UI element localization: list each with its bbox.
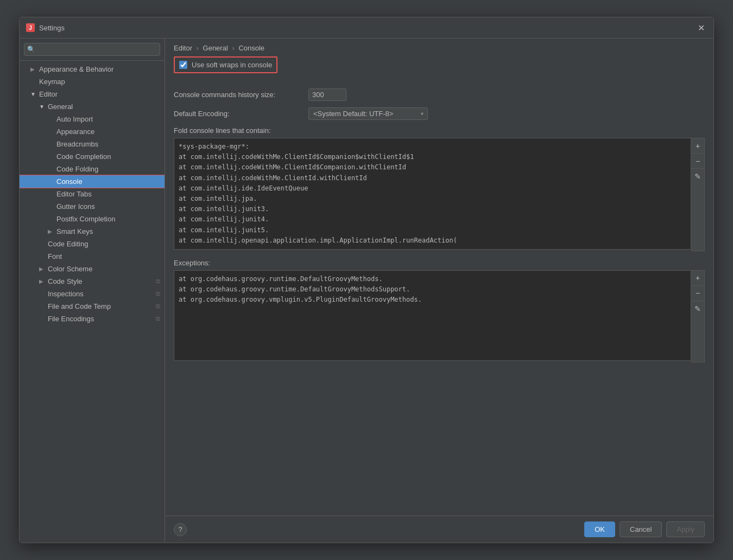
- sidebar-item-label: Inspections: [48, 290, 84, 298]
- breadcrumb: Editor › General › Console: [165, 39, 713, 56]
- arrow-appearance: [48, 129, 56, 135]
- arrow-code-completion: [48, 154, 56, 160]
- sidebar-item-gutter-icons[interactable]: Gutter Icons: [20, 200, 165, 213]
- close-button[interactable]: ✕: [695, 22, 707, 34]
- exceptions-textarea[interactable]: at org.codehaus.groovy.runtime.DefaultGr…: [174, 270, 691, 361]
- arrow-breadcrumbs: [48, 141, 56, 147]
- sidebar-item-label: Appearance & Behavior: [39, 65, 113, 73]
- encoding-row: Default Encoding: <System Default: UTF-8…: [174, 107, 705, 120]
- arrow-color-scheme: ▶: [39, 266, 48, 272]
- cancel-button[interactable]: Cancel: [620, 521, 662, 537]
- exceptions-textarea-wrapper: at org.codehaus.groovy.runtime.DefaultGr…: [174, 270, 691, 363]
- sidebar-item-color-scheme[interactable]: ▶ Color Scheme: [20, 263, 165, 275]
- copy-icon-inspections: ⧉: [156, 290, 160, 297]
- sidebar-item-console[interactable]: Console: [20, 175, 165, 188]
- sidebar-item-keymap[interactable]: Keymap: [20, 75, 165, 88]
- search-wrapper: 🔍: [24, 43, 160, 56]
- sidebar-item-appearance-behavior[interactable]: ▶ Appearance & Behavior: [20, 63, 165, 75]
- search-box: 🔍: [20, 39, 165, 61]
- sidebar-item-label: Code Editing: [48, 240, 88, 248]
- breadcrumb-general: General: [203, 44, 228, 52]
- sidebar-item-inspections[interactable]: Inspections ⧉: [20, 288, 165, 300]
- fold-textarea[interactable]: *sys-package-mgr*: at com.intellij.codeW…: [174, 138, 691, 250]
- sidebar-item-code-editing[interactable]: Code Editing: [20, 238, 165, 250]
- apply-button[interactable]: Apply: [666, 521, 705, 537]
- arrow-inspections: [39, 291, 48, 297]
- sidebar-item-appearance[interactable]: Appearance: [20, 125, 165, 138]
- sidebar-item-auto-import[interactable]: Auto Import: [20, 113, 165, 125]
- dialog-title: Settings: [39, 24, 65, 32]
- sidebar-item-editor-tabs[interactable]: Editor Tabs: [20, 188, 165, 200]
- sidebar-item-label: Color Scheme: [48, 265, 92, 273]
- fold-remove-button[interactable]: −: [691, 154, 704, 169]
- arrow-general: ▼: [39, 104, 48, 110]
- arrow-editor-tabs: [48, 191, 56, 197]
- ok-button[interactable]: OK: [584, 521, 615, 537]
- sidebar-item-editor[interactable]: ▼ Editor: [20, 88, 165, 100]
- sidebar-item-label: Postfix Completion: [56, 215, 115, 223]
- sidebar-item-general[interactable]: ▼ General: [20, 100, 165, 113]
- copy-icon-code-style: ⧉: [156, 278, 160, 285]
- sidebar-item-smart-keys[interactable]: ▶ Smart Keys: [20, 225, 165, 238]
- fold-label-row: Fold console lines that contain:: [174, 126, 705, 135]
- sidebar-item-postfix-completion[interactable]: Postfix Completion: [20, 213, 165, 225]
- search-input[interactable]: [24, 43, 160, 56]
- arrow-keymap: [30, 79, 39, 85]
- encoding-select-wrapper: <System Default: UTF-8> UTF-8 ISO-8859-1…: [308, 107, 428, 120]
- soft-wrap-checkbox[interactable]: [179, 61, 187, 69]
- breadcrumb-sep-1: ›: [197, 44, 201, 52]
- settings-dialog: J Settings ✕ 🔍 ▶ Appearance & Behavior: [19, 17, 714, 543]
- fold-add-button[interactable]: +: [691, 138, 704, 154]
- arrow-code-editing: [39, 241, 48, 247]
- arrow-file-code-temp: [39, 303, 48, 309]
- sidebar-item-label: File and Code Temp: [48, 302, 111, 310]
- arrow-editor: ▼: [30, 91, 39, 97]
- breadcrumb-editor: Editor: [174, 44, 192, 52]
- sidebar-item-label: Code Completion: [56, 152, 111, 161]
- arrow-code-style: ▶: [39, 278, 48, 284]
- sidebar-item-label: Appearance: [56, 128, 94, 136]
- soft-wrap-checkbox-label[interactable]: Use soft wraps in console: [174, 56, 277, 73]
- sidebar-item-label: Keymap: [39, 78, 65, 86]
- sidebar-item-label: General: [48, 103, 73, 111]
- history-size-label: Console commands history size:: [174, 91, 304, 99]
- arrow-smart-keys: ▶: [48, 228, 56, 234]
- exceptions-textarea-container: at org.codehaus.groovy.runtime.DefaultGr…: [174, 270, 705, 363]
- fold-edit-button[interactable]: ✎: [691, 169, 704, 184]
- sidebar-item-breadcrumbs[interactable]: Breadcrumbs: [20, 138, 165, 150]
- history-size-input[interactable]: [308, 88, 346, 101]
- bottom-bar: ? OK Cancel Apply: [165, 516, 713, 543]
- sidebar-item-font[interactable]: Font: [20, 250, 165, 263]
- arrow-font: [39, 253, 48, 259]
- sidebar-item-code-style[interactable]: ▶ Code Style ⧉: [20, 275, 165, 288]
- sidebar: 🔍 ▶ Appearance & Behavior Keymap ▼: [20, 39, 165, 543]
- sidebar-item-label: Console: [56, 177, 83, 186]
- arrow-console: [48, 179, 56, 184]
- sidebar-item-label: Font: [48, 252, 62, 260]
- sidebar-item-label: Breadcrumbs: [56, 140, 98, 148]
- content-scroll: Use soft wraps in console Console comman…: [165, 56, 713, 516]
- search-icon: 🔍: [27, 46, 35, 53]
- exceptions-edit-button[interactable]: ✎: [691, 301, 704, 316]
- sidebar-item-label: Editor: [39, 90, 58, 98]
- app-icon: J: [26, 23, 35, 32]
- arrow-file-encodings: [39, 316, 48, 322]
- sidebar-item-label: Editor Tabs: [56, 190, 92, 198]
- fold-textarea-container: *sys-package-mgr*: at com.intellij.codeW…: [174, 138, 705, 251]
- exceptions-remove-button[interactable]: −: [691, 286, 704, 301]
- content-area: Editor › General › Console Use soft wrap…: [165, 39, 713, 543]
- sidebar-item-file-code-temp[interactable]: File and Code Temp ⧉: [20, 300, 165, 313]
- sidebar-item-code-completion[interactable]: Code Completion: [20, 150, 165, 163]
- sidebar-item-label: Smart Keys: [56, 227, 93, 236]
- sidebar-item-file-encodings[interactable]: File Encodings ⧉: [20, 313, 165, 325]
- help-button[interactable]: ?: [174, 523, 187, 536]
- sidebar-item-code-folding[interactable]: Code Folding: [20, 163, 165, 175]
- encoding-select[interactable]: <System Default: UTF-8> UTF-8 ISO-8859-1…: [308, 107, 428, 120]
- exceptions-add-button[interactable]: +: [691, 271, 704, 286]
- sidebar-item-label: Code Folding: [56, 165, 98, 173]
- fold-side-buttons: + − ✎: [691, 138, 705, 251]
- bottom-right: OK Cancel Apply: [584, 521, 705, 537]
- fold-label: Fold console lines that contain:: [174, 126, 271, 135]
- copy-icon-file-code-temp: ⧉: [156, 303, 160, 310]
- arrow-auto-import: [48, 116, 56, 122]
